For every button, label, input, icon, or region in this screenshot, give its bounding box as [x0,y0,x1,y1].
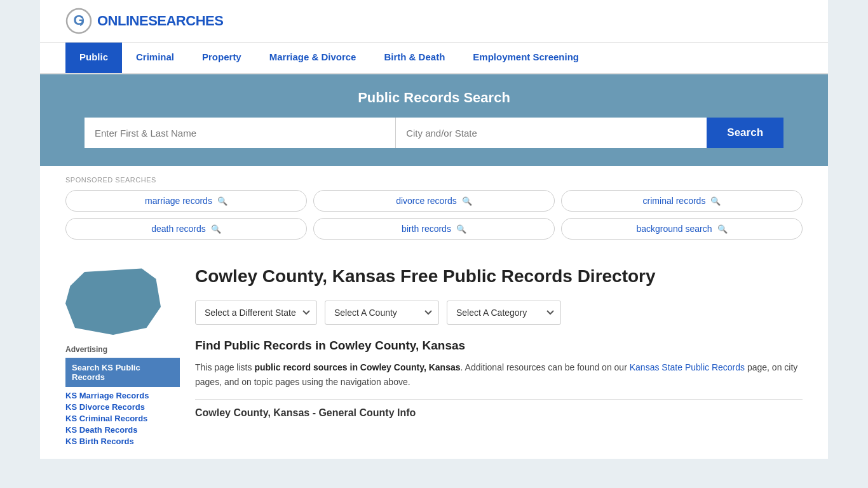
sponsored-grid: marriage records 🔍 divorce records 🔍 cri… [65,190,803,240]
body-content: Advertising Search KS Public Records KS … [40,252,828,459]
sponsored-item-0[interactable]: marriage records 🔍 [65,190,307,212]
category-dropdown[interactable]: Select A Category [447,301,561,325]
dropdown-row: Select a Different State Select A County… [195,301,803,325]
county-dropdown[interactable]: Select A County [325,301,439,325]
sponsored-item-3[interactable]: death records 🔍 [65,218,307,240]
main-content: Cowley County, Kansas Free Public Record… [195,265,803,446]
sponsored-link-2[interactable]: criminal records [643,196,706,206]
name-input[interactable] [85,118,396,148]
nav-public[interactable]: Public [65,43,122,73]
nav-property[interactable]: Property [188,43,255,73]
sponsored-link-0[interactable]: marriage records [145,196,212,206]
state-map-icon [65,265,161,335]
sidebar-link-2[interactable]: KS Criminal Records [65,414,180,423]
search-button[interactable]: Search [707,118,783,148]
search-banner-title: Public Records Search [65,90,803,106]
search-icon-1: 🔍 [462,196,472,206]
sidebar: Advertising Search KS Public Records KS … [65,265,180,446]
ks-public-records-link[interactable]: Kansas State Public Records [630,362,745,372]
sidebar-link-4[interactable]: KS Birth Records [65,437,180,446]
sponsored-link-1[interactable]: divorce records [396,196,457,206]
sidebar-link-3[interactable]: KS Death Records [65,425,180,435]
sponsored-link-4[interactable]: birth records [402,224,451,234]
site-header: G ONLINESEARCHES [40,0,828,43]
sidebar-link-0[interactable]: KS Marriage Records [65,391,180,400]
sponsored-link-3[interactable]: death records [151,224,206,234]
nav-criminal[interactable]: Criminal [122,43,188,73]
sponsored-label: SPONSORED SEARCHES [65,176,803,184]
logo[interactable]: G ONLINESEARCHES [65,8,223,34]
sponsored-item-2[interactable]: criminal records 🔍 [561,190,803,212]
search-icon-0: 🔍 [217,196,227,206]
search-banner: Public Records Search Search [40,74,828,166]
search-icon-5: 🔍 [717,224,728,234]
state-dropdown[interactable]: Select a Different State [195,301,317,325]
section-subtitle: Cowley County, Kansas - General County I… [195,407,803,419]
sidebar-link-1[interactable]: KS Divorce Records [65,402,180,412]
nav-birth-death[interactable]: Birth & Death [370,43,459,73]
search-icon-3: 🔍 [211,224,221,234]
logo-text: ONLINESEARCHES [97,13,223,29]
location-input[interactable] [396,118,707,148]
find-desc-middle: . Additional resources can be found on o… [461,362,630,372]
page-title: Cowley County, Kansas Free Public Record… [195,265,803,288]
logo-icon: G [65,8,92,34]
sponsored-item-4[interactable]: birth records 🔍 [313,218,555,240]
search-icon-2: 🔍 [710,196,721,206]
sponsored-link-5[interactable]: background search [636,224,712,234]
search-icon-4: 🔍 [456,224,466,234]
find-title: Find Public Records in Cowley County, Ka… [195,339,803,353]
find-desc-prefix: This page lists [195,362,254,372]
sponsored-item-1[interactable]: divorce records 🔍 [313,190,555,212]
ad-active-box[interactable]: Search KS Public Records [65,358,180,387]
section-divider [195,399,803,400]
nav-marriage-divorce[interactable]: Marriage & Divorce [255,43,370,73]
main-nav: Public Criminal Property Marriage & Divo… [40,43,828,74]
sponsored-section: SPONSORED SEARCHES marriage records 🔍 di… [40,166,828,252]
sponsored-item-5[interactable]: background search 🔍 [561,218,803,240]
sidebar-links: KS Marriage Records KS Divorce Records K… [65,391,180,446]
nav-employment[interactable]: Employment Screening [459,43,593,73]
find-desc-bold: public record sources in Cowley County, … [254,362,460,372]
find-description: This page lists public record sources in… [195,360,803,389]
advertising-label: Advertising [65,345,180,354]
search-form: Search [85,118,783,148]
